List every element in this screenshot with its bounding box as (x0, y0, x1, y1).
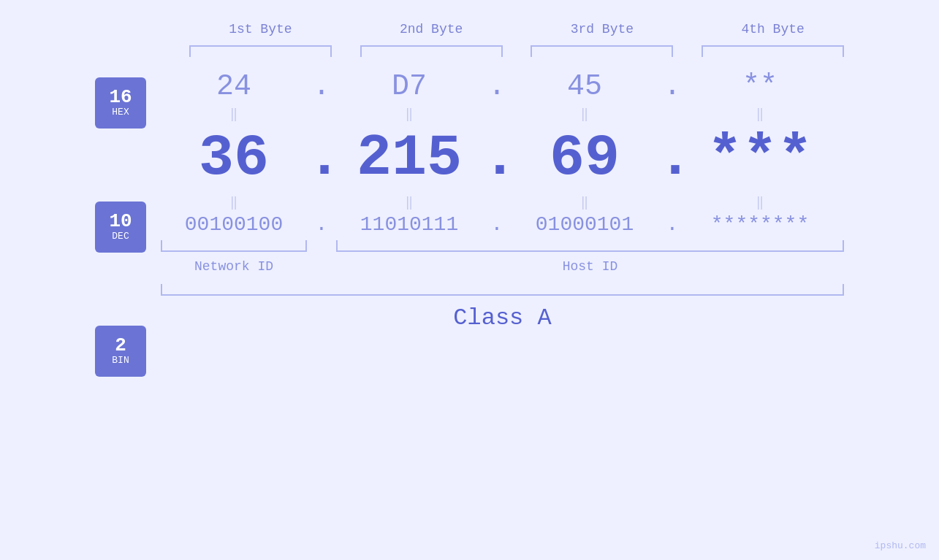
hex-badge: 16 HEX (95, 77, 146, 129)
host-id-label: Host ID (336, 259, 844, 274)
top-bracket-3 (531, 45, 673, 57)
eq1-b2: ‖ (336, 106, 482, 122)
eq1-b1: ‖ (161, 106, 307, 122)
byte3-header: 3rd Byte (531, 22, 673, 37)
bin-b1: 00100100 (161, 213, 307, 236)
eq2-b4: ‖ (687, 194, 833, 210)
eq2-b2: ‖ (336, 194, 482, 210)
hex-row: 24 . D7 . 45 . ** (161, 70, 844, 103)
dec-badge: 10 DEC (95, 202, 146, 253)
byte2-header: 2nd Byte (360, 22, 503, 37)
top-bracket-2 (360, 45, 503, 57)
class-label: Class A (161, 304, 844, 331)
values-area: 24 . D7 . 45 . ** ‖ ‖ ‖ ‖ 36 . (161, 70, 844, 331)
watermark: ipshu.com (875, 540, 926, 551)
eq2-b1: ‖ (161, 194, 307, 210)
hex-dot2: . (482, 70, 512, 103)
bin-dot2: . (482, 213, 512, 236)
bottom-brackets (161, 240, 844, 255)
byte1-header: 1st Byte (189, 22, 332, 37)
byte4-header: 4th Byte (702, 22, 844, 37)
badges-column: 16 HEX 10 DEC 2 BIN (95, 70, 146, 377)
dec-dot2: . (482, 125, 512, 191)
dec-b2: 215 (336, 125, 482, 191)
eq-row-2: ‖ ‖ ‖ ‖ (161, 194, 844, 210)
dec-row: 36 . 215 . 69 . *** (161, 125, 844, 191)
id-labels-row: Network ID Host ID (161, 259, 844, 274)
top-bracket-1 (189, 45, 332, 57)
eq1-b3: ‖ (512, 106, 658, 122)
top-bracket-4 (702, 45, 844, 57)
bin-dot1: . (307, 213, 336, 236)
bin-b2: 11010111 (336, 213, 482, 236)
hex-b1: 24 (161, 70, 307, 103)
main-container: 1st Byte 2nd Byte 3rd Byte 4th Byte 16 H… (0, 0, 939, 560)
network-id-label: Network ID (161, 259, 307, 274)
bin-badge: 2 BIN (95, 326, 146, 377)
hex-b4: ** (687, 70, 833, 103)
class-bracket (161, 284, 844, 296)
eq-row-1: ‖ ‖ ‖ ‖ (161, 106, 844, 122)
hex-b2: D7 (336, 70, 482, 103)
network-id-bracket (161, 240, 307, 252)
bin-row: 00100100 . 11010111 . 01000101 . *******… (161, 213, 844, 236)
bin-b4: ******** (687, 213, 833, 236)
dec-dot1: . (307, 125, 336, 191)
eq1-b4: ‖ (687, 106, 833, 122)
dec-dot3: . (658, 125, 687, 191)
bin-dot3: . (658, 213, 687, 236)
dec-b4: *** (687, 125, 833, 191)
bin-b3: 01000101 (512, 213, 658, 236)
hex-dot3: . (658, 70, 687, 103)
hex-b3: 45 (512, 70, 658, 103)
hex-dot1: . (307, 70, 336, 103)
dec-b3: 69 (512, 125, 658, 191)
dec-b1: 36 (161, 125, 307, 191)
host-id-bracket (336, 240, 844, 252)
eq2-b3: ‖ (512, 194, 658, 210)
